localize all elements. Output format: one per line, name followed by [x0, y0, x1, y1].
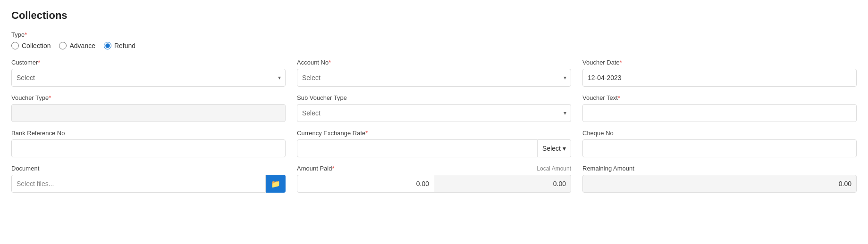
currency-dropdown-icon: ▾ — [563, 145, 566, 152]
document-wrapper: 📁 — [11, 175, 286, 193]
account-no-select-wrapper: Select ▾ — [297, 69, 571, 87]
page-title: Collections — [11, 9, 857, 22]
bank-reference-input[interactable] — [11, 139, 286, 157]
currency-exchange-label: Currency Exchange Rate* — [297, 130, 571, 137]
radio-advance-label: Advance — [69, 42, 95, 49]
sub-voucher-type-label: Sub Voucher Type — [297, 94, 571, 101]
amount-paid-header: Amount Paid* Local Amount — [297, 165, 571, 172]
sub-voucher-type-select-wrapper: Select ▾ — [297, 104, 571, 122]
radio-advance[interactable]: Advance — [59, 42, 95, 49]
currency-exchange-group: Currency Exchange Rate* Select ▾ — [297, 130, 571, 157]
account-no-label: Account No* — [297, 59, 571, 66]
radio-refund-input[interactable] — [104, 42, 111, 49]
remaining-amount-group: Remaining Amount — [582, 165, 857, 193]
folder-icon: 📁 — [271, 179, 280, 188]
bank-reference-group: Bank Reference No — [11, 130, 286, 157]
radio-refund[interactable]: Refund — [104, 42, 135, 49]
currency-select-button[interactable]: Select ▾ — [538, 139, 571, 157]
remaining-amount-label: Remaining Amount — [582, 165, 857, 172]
customer-label: Customer* — [11, 59, 286, 66]
radio-collection[interactable]: Collection — [11, 42, 51, 49]
voucher-text-label: Voucher Text* — [582, 94, 857, 101]
voucher-text-group: Voucher Text* — [582, 94, 857, 122]
sub-voucher-type-group: Sub Voucher Type Select ▾ — [297, 94, 571, 122]
cheque-no-group: Cheque No — [582, 130, 857, 157]
voucher-type-label: Voucher Type* — [11, 94, 286, 101]
voucher-text-input[interactable] — [582, 104, 857, 122]
voucher-type-input[interactable] — [11, 104, 286, 122]
radio-refund-label: Refund — [114, 42, 135, 49]
local-amount-label: Local Amount — [537, 165, 571, 172]
customer-select-wrapper: Select ▾ — [11, 69, 286, 87]
customer-select[interactable]: Select — [11, 69, 286, 87]
voucher-date-input[interactable] — [582, 69, 857, 87]
amount-paid-input[interactable] — [297, 175, 434, 193]
account-no-group: Account No* Select ▾ — [297, 59, 571, 87]
voucher-date-group: Voucher Date* — [582, 59, 857, 87]
radio-collection-label: Collection — [22, 42, 51, 49]
document-group: Document 📁 — [11, 165, 286, 193]
amount-paid-inputs — [297, 175, 571, 193]
customer-group: Customer* Select ▾ — [11, 59, 286, 87]
cheque-no-input[interactable] — [582, 139, 857, 157]
type-section: Type* Collection Advance Refund — [11, 31, 857, 49]
type-radio-group: Collection Advance Refund — [11, 42, 857, 49]
amount-paid-group: Amount Paid* Local Amount — [297, 165, 571, 193]
sub-voucher-type-select[interactable]: Select — [297, 104, 571, 122]
remaining-amount-input — [582, 175, 857, 193]
radio-collection-input[interactable] — [11, 42, 19, 49]
document-browse-button[interactable]: 📁 — [266, 175, 286, 193]
radio-advance-input[interactable] — [59, 42, 67, 49]
document-input[interactable] — [11, 175, 266, 193]
type-label: Type* — [11, 31, 857, 38]
account-no-select[interactable]: Select — [297, 69, 571, 87]
voucher-date-label: Voucher Date* — [582, 59, 857, 66]
currency-exchange-input[interactable] — [297, 139, 538, 157]
local-amount-input — [434, 175, 571, 193]
amount-paid-label: Amount Paid* — [297, 165, 335, 172]
cheque-no-label: Cheque No — [582, 130, 857, 137]
bank-reference-label: Bank Reference No — [11, 130, 286, 137]
voucher-type-group: Voucher Type* — [11, 94, 286, 122]
currency-exchange-wrapper: Select ▾ — [297, 139, 571, 157]
document-label: Document — [11, 165, 286, 172]
